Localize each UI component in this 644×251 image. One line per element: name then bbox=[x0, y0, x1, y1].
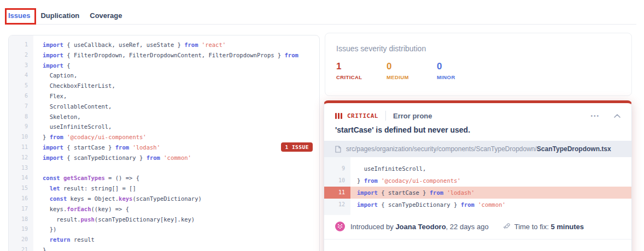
line-number: 20 bbox=[9, 235, 33, 245]
line-content: result.push(scanTypeDictionary[key].key) bbox=[33, 214, 195, 225]
code-line-2: 2import { FilterDropdown, FilterDropdown… bbox=[9, 50, 319, 61]
line-content: const getScanTypes = () => { bbox=[33, 173, 139, 183]
line-number: 4 bbox=[9, 70, 33, 81]
line-content: import { scanTypeDictionary } from 'comm… bbox=[350, 199, 506, 211]
line-content: import { useCallback, useRef, useState }… bbox=[33, 40, 226, 50]
severity-stat-label: MINOR bbox=[437, 74, 487, 80]
line-content: Skeleton, bbox=[33, 112, 81, 122]
line-content: ScrollableContent, bbox=[33, 101, 112, 112]
line-number: 16 bbox=[9, 194, 33, 204]
code-line-5: 5 CheckboxFilterList, bbox=[9, 81, 319, 91]
issue-detail-card: CRITICAL Error prone ••• 'startCase' is … bbox=[324, 100, 632, 251]
code-line-12: 12import { scanTypeDictionary } from 'co… bbox=[324, 199, 631, 211]
introduced-by-text: Introduced by Joana Teodoro, 22 days ago bbox=[350, 223, 489, 231]
issue-card-header: CRITICAL Error prone ••• bbox=[324, 103, 631, 121]
rocket-icon bbox=[503, 223, 511, 230]
line-number: 13 bbox=[9, 163, 33, 174]
time-to-fix-text: Time to fix: 5 minutes bbox=[514, 223, 584, 231]
ellipsis-icon[interactable]: ••• bbox=[590, 113, 600, 119]
code-line-10: 10} from '@codacy/ui-components' bbox=[9, 132, 319, 142]
tab-duplication[interactable]: Duplication bbox=[40, 11, 79, 25]
line-number: 10 bbox=[9, 132, 33, 142]
author-name: Joana Teodoro bbox=[395, 223, 446, 231]
severity-stat-critical: 1CRITICAL bbox=[336, 61, 387, 80]
code-line-21: 21} bbox=[9, 245, 319, 251]
file-path: src/pages/organization/security/componen… bbox=[346, 145, 611, 153]
severity-label: CRITICAL bbox=[347, 112, 378, 119]
code-editor-panel[interactable]: 1import { useCallback, useRef, useState … bbox=[8, 35, 320, 251]
severity-stat-value: 0 bbox=[387, 61, 437, 72]
line-number: 9 bbox=[324, 163, 350, 175]
line-number: 1 bbox=[9, 40, 33, 50]
line-content: useInfiniteScroll, bbox=[33, 122, 112, 132]
line-content: import { FilterDropdown, FilterDropdownC… bbox=[33, 50, 298, 61]
severity-stats: 1CRITICAL0MEDIUM0MINOR bbox=[336, 61, 620, 80]
line-content: import { startCase } from 'lodash' bbox=[33, 142, 160, 153]
file-name: ScanTypeDropdown.tsx bbox=[537, 145, 611, 153]
issue-card-footer: Introduced by Joana Teodoro, 22 days ago… bbox=[324, 215, 631, 239]
severity-stat-value: 0 bbox=[437, 61, 487, 72]
line-content: Caption, bbox=[33, 70, 77, 81]
signal-bars-icon bbox=[335, 113, 343, 119]
avatar bbox=[335, 222, 345, 231]
line-content: import { startCase } from 'lodash' bbox=[350, 187, 475, 199]
line-number: 19 bbox=[9, 224, 33, 235]
line-number: 9 bbox=[9, 122, 33, 132]
code-line-13: 13 bbox=[9, 163, 319, 174]
line-content: }) bbox=[33, 224, 56, 235]
file-path-bar[interactable]: src/pages/organization/security/componen… bbox=[324, 141, 631, 157]
line-number: 17 bbox=[9, 204, 33, 214]
line-content: } bbox=[33, 245, 46, 251]
code-line-15: 15 let result: string[] = [] bbox=[9, 183, 319, 194]
code-line-8: 8 Skeleton, bbox=[9, 112, 319, 122]
line-content: import { scanTypeDictionary } from 'comm… bbox=[33, 153, 191, 163]
severity-card-title: Issues severity distribution bbox=[336, 44, 620, 53]
severity-stat-medium: 0MEDIUM bbox=[387, 61, 437, 80]
line-number: 7 bbox=[9, 101, 33, 112]
line-number: 5 bbox=[9, 81, 33, 91]
line-number: 2 bbox=[9, 50, 33, 61]
code-line-1: 1import { useCallback, useRef, useState … bbox=[9, 40, 319, 50]
line-content: const keys = Object.keys(scanTypeDiction… bbox=[33, 194, 202, 204]
tab-coverage[interactable]: Coverage bbox=[90, 11, 122, 25]
line-content: } from '@codacy/ui-components' bbox=[350, 175, 461, 187]
code-line-18: 18 result.push(scanTypeDictionary[key].k… bbox=[9, 214, 319, 225]
code-line-14: 14const getScanTypes = () => { bbox=[9, 173, 319, 183]
severity-stat-label: CRITICAL bbox=[336, 74, 387, 80]
code-line-7: 7 ScrollableContent, bbox=[9, 101, 319, 112]
header-divider bbox=[385, 111, 386, 121]
code-line-12: 12import { scanTypeDictionary } from 'co… bbox=[9, 153, 319, 163]
code-line-11: 11import { startCase } from 'lodash' bbox=[324, 187, 631, 199]
line-number: 18 bbox=[9, 214, 33, 225]
line-content: import { bbox=[33, 61, 71, 71]
code-line-6: 6 Flex, bbox=[9, 91, 319, 101]
line-content: let result: string[] = [] bbox=[33, 183, 136, 194]
line-number: 6 bbox=[9, 91, 33, 101]
page-root: IssuesDuplicationCoverage 1import { useC… bbox=[0, 0, 644, 251]
line-number: 12 bbox=[9, 153, 33, 163]
issue-code-snippet: 9 useInfiniteScroll,10} from '@codacy/ui… bbox=[324, 157, 631, 215]
line-content: CheckboxFilterList, bbox=[33, 81, 115, 91]
issue-count-badge[interactable]: 1 ISSUE bbox=[281, 142, 313, 152]
code-line-4: 4 Caption, bbox=[9, 70, 319, 81]
time-to-fix-value: 5 minutes bbox=[551, 223, 584, 231]
line-number: 21 bbox=[9, 245, 33, 251]
code-lines: 1import { useCallback, useRef, useState … bbox=[9, 35, 319, 251]
code-line-10: 10} from '@codacy/ui-components' bbox=[324, 175, 631, 187]
line-number: 15 bbox=[9, 183, 33, 194]
code-line-3: 3import { bbox=[9, 61, 319, 71]
line-number: 8 bbox=[9, 112, 33, 122]
line-number: 3 bbox=[9, 61, 33, 71]
issue-category-label: Error prone bbox=[393, 112, 432, 120]
chevron-up-icon[interactable] bbox=[614, 114, 620, 118]
issue-title: 'startCase' is defined but never used. bbox=[324, 121, 631, 141]
line-number: 11 bbox=[9, 142, 33, 153]
line-content: Flex, bbox=[33, 91, 67, 101]
annotation-rectangle bbox=[5, 8, 36, 25]
code-line-11: 11import { startCase } from 'lodash' bbox=[9, 142, 319, 153]
line-content: return result bbox=[33, 235, 95, 245]
line-number: 12 bbox=[324, 199, 350, 211]
severity-distribution-card: Issues severity distribution 1CRITICAL0M… bbox=[325, 33, 632, 96]
severity-stat-minor: 0MINOR bbox=[437, 61, 487, 80]
code-line-19: 19 }) bbox=[9, 224, 319, 235]
